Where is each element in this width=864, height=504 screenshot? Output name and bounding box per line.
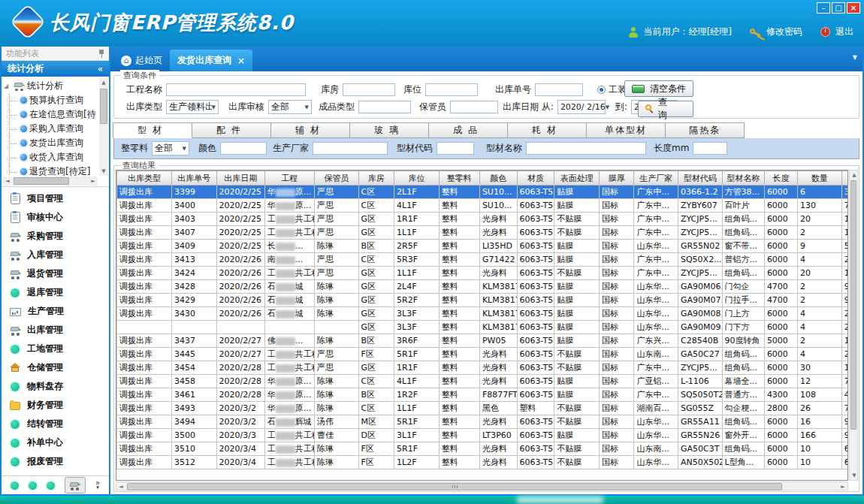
table-row[interactable]: 调拨出库34092020/2/25长...陈琳B区2R5F整料LI35HD606… bbox=[117, 240, 849, 253]
table-row[interactable]: 调拨出库34942020/3/2石辉城汤伟M区5R1F整料光身料6063-T5不… bbox=[117, 415, 849, 429]
column-header[interactable]: 整零料 bbox=[439, 171, 479, 186]
subtab-单体型材[interactable]: 单体型材 bbox=[586, 122, 666, 138]
table-row[interactable]: 调拨出库33992020/2/25华原...严思C区2L1F整料SU10...6… bbox=[117, 186, 849, 199]
scroll-thumb[interactable] bbox=[127, 483, 782, 490]
scroll-down-icon[interactable]: ▼ bbox=[99, 167, 108, 176]
column-header[interactable]: 出库长度 bbox=[841, 171, 848, 186]
table-row[interactable]: 调拨出库34302020/2/26石城陈琳G区3L3F整料KLM38176063… bbox=[117, 307, 849, 321]
tab-home[interactable]: ⌂ 起始页 bbox=[113, 50, 170, 71]
change-password-link[interactable]: 修改密码 bbox=[766, 26, 802, 38]
date-from-select[interactable]: 2020/ 2/16 ▼ bbox=[557, 100, 606, 114]
sidebar-item-物料盘存[interactable]: 物料盘存 bbox=[2, 377, 109, 396]
order-no-input[interactable] bbox=[535, 83, 583, 96]
clear-conditions-button[interactable]: 清空条件 bbox=[624, 80, 693, 97]
subtab-型材[interactable]: 型材 bbox=[113, 122, 192, 138]
whole-part-select[interactable]: 全部 ▼ bbox=[152, 141, 189, 155]
color-input[interactable] bbox=[220, 142, 267, 155]
tree-item[interactable]: 预算执行查询 bbox=[4, 93, 98, 107]
scroll-left-icon[interactable]: ◄ bbox=[116, 482, 125, 491]
table-row[interactable]: 调拨出库34612020/2/28华原...陈琳B区1R2F整料F8877FT6… bbox=[117, 388, 849, 402]
table-row[interactable]: 调拨出库34452020/2/27工共工程严思F区5R1F整料光身料6063-T… bbox=[117, 348, 849, 361]
module-dot-icon[interactable] bbox=[47, 481, 55, 490]
column-header[interactable]: 型材代码 bbox=[678, 171, 722, 186]
table-row[interactable]: G区3L3F整料KLM38176063-T5贴膜国标山东华...GA90M09.… bbox=[117, 321, 849, 334]
column-header[interactable]: 出库类型 bbox=[117, 171, 172, 186]
outbound-type-select[interactable]: 生产领料出库 ▼ bbox=[166, 100, 219, 114]
tree-root[interactable]: ◢ 统计分析 bbox=[4, 79, 98, 93]
sidebar-item-补单中心[interactable]: 补单中心 bbox=[2, 433, 109, 452]
subtab-辅材[interactable]: 辅材 bbox=[270, 122, 350, 138]
close-button[interactable]: × bbox=[847, 2, 860, 14]
table-row[interactable]: 调拨出库34282020/2/26石城陈琳G区2L4F整料KLM38176063… bbox=[117, 280, 849, 294]
subtab-配件[interactable]: 配件 bbox=[192, 122, 271, 138]
sidebar-item-生产管理[interactable]: 生产管理 bbox=[2, 302, 109, 321]
table-row[interactable]: 调拨出库34932020/3/2华原...陈琳C区1L1F整料黑色塑料不贴膜国标… bbox=[117, 402, 849, 415]
keeper-input[interactable] bbox=[450, 101, 498, 113]
column-header[interactable]: 材质 bbox=[517, 171, 554, 186]
scroll-right-icon[interactable]: ► bbox=[89, 177, 98, 186]
sidebar-item-审核中心[interactable]: 审核中心 bbox=[2, 208, 109, 227]
column-header[interactable]: 长度 bbox=[764, 171, 797, 186]
scroll-up-icon[interactable]: ▲ bbox=[850, 171, 859, 180]
subtab-成品[interactable]: 成品 bbox=[428, 122, 508, 138]
table-row[interactable]: 调拨出库34582020/2/28华原...陈琳C区4L1F整料光身料6063-… bbox=[117, 375, 849, 388]
table-row[interactable]: 调拨出库34032020/2/25工共工程严思G区1R1F整料光身料6063-T… bbox=[117, 213, 849, 226]
product-type-input[interactable] bbox=[358, 101, 411, 113]
column-header[interactable]: 库位 bbox=[394, 171, 440, 186]
sidebar-section-statistics[interactable]: 统计分析 « bbox=[2, 61, 109, 77]
radio-industrial[interactable]: 工装 bbox=[597, 83, 627, 96]
tree-item[interactable]: 发货出库查询 bbox=[4, 136, 98, 150]
project-name-input[interactable] bbox=[166, 83, 306, 96]
tree-item[interactable]: 退货查询[待定] bbox=[4, 164, 98, 176]
tree-vertical-scrollbar[interactable]: ▲ ▼ bbox=[99, 78, 108, 176]
collapse-icon[interactable]: « bbox=[98, 64, 103, 74]
table-row[interactable]: 调拨出库34372020/2/27佛...陈琳B区3R6F整料PW056063-… bbox=[117, 334, 849, 348]
column-header[interactable]: 出库日期 bbox=[216, 171, 264, 186]
table-row[interactable]: 调拨出库35102020/3/4工共工程陈琳F区5R1F整料光身料6063-T5… bbox=[117, 442, 849, 456]
table-row[interactable]: 调拨出库34002020/2/25华原...严思C区4L1F整料SU10...6… bbox=[117, 199, 849, 213]
column-header[interactable]: 工程 bbox=[264, 171, 314, 186]
scroll-down-icon[interactable]: ▼ bbox=[850, 471, 859, 480]
table-row[interactable]: 调拨出库34542020/2/28工共工程严思G区1R1F整料光身料6063-T… bbox=[117, 361, 849, 375]
tab-shipping-outbound-query[interactable]: 发货出库查询 × bbox=[170, 50, 252, 71]
sidebar-item-财务管理[interactable]: 财务管理 bbox=[2, 396, 109, 415]
scroll-left-icon[interactable]: ◄ bbox=[3, 177, 12, 186]
table-row[interactable]: 调拨出库34072020/2/25工共工程严思G区1L1F整料光身料6063-T… bbox=[117, 226, 849, 240]
subtab-耗材[interactable]: 耗材 bbox=[507, 122, 587, 138]
tree-item[interactable]: 在途信息查询[待 bbox=[4, 107, 98, 122]
sidebar-item-入库管理[interactable]: 入库管理 bbox=[2, 246, 109, 264]
sidebar-item-仓储管理[interactable]: 仓储管理 bbox=[2, 358, 109, 377]
sidebar-item-结转管理[interactable]: 结转管理 bbox=[2, 415, 109, 433]
module-cart-button[interactable] bbox=[65, 477, 86, 493]
search-button[interactable]: 查 询 bbox=[638, 101, 693, 117]
column-header[interactable]: 表面处理 bbox=[554, 171, 600, 186]
sidebar-item-工地管理[interactable]: 工地管理 bbox=[2, 340, 109, 358]
warehouse-input[interactable] bbox=[343, 83, 395, 96]
column-header[interactable]: 数量 bbox=[798, 171, 842, 186]
length-input[interactable] bbox=[693, 142, 727, 155]
sidebar-item-退货管理[interactable]: 退货管理 bbox=[2, 264, 109, 283]
scroll-up-icon[interactable]: ▲ bbox=[99, 78, 108, 87]
logout-link[interactable]: 退出 bbox=[835, 26, 853, 38]
tree-item[interactable]: 采购入库查询 bbox=[4, 122, 98, 136]
sidebar-item-项目管理[interactable]: 项目管理 bbox=[2, 189, 109, 208]
module-dot-icon[interactable] bbox=[29, 481, 37, 490]
results-vertical-scrollbar[interactable]: ▲ ▼ bbox=[849, 170, 858, 481]
scroll-thumb[interactable] bbox=[100, 89, 107, 124]
column-header[interactable]: 库房 bbox=[358, 171, 394, 186]
profile-code-input[interactable] bbox=[437, 142, 474, 155]
column-header[interactable]: 出库单号 bbox=[171, 171, 216, 186]
maker-input[interactable] bbox=[313, 142, 388, 155]
table-row[interactable]: 调拨出库34132020/2/26南...严思C区5R3F整料G71422606… bbox=[117, 253, 849, 267]
tree-horizontal-scrollbar[interactable]: ◄ ► bbox=[3, 177, 98, 186]
table-row[interactable]: 调拨出库34242020/2/26工共工程严思G区1L1F整料光身料6063-T… bbox=[117, 267, 849, 280]
tab-list-dropdown-icon[interactable]: ▼ bbox=[853, 54, 857, 61]
results-horizontal-scrollbar[interactable]: ◄ ► bbox=[116, 481, 848, 490]
sidebar-item-报废管理[interactable]: 报废管理 bbox=[2, 452, 109, 471]
scroll-thumb[interactable] bbox=[850, 180, 856, 430]
sidebar-item-退库管理[interactable]: 退库管理 bbox=[2, 283, 109, 302]
subtab-玻璃[interactable]: 玻璃 bbox=[349, 122, 429, 138]
table-row[interactable]: 调拨出库35002020/3/3工共工程曹佳D区3L1F整料LT3P606063… bbox=[117, 429, 849, 442]
sidebar-item-出库管理[interactable]: 出库管理 bbox=[2, 321, 109, 340]
sidebar-item-采购管理[interactable]: 采购管理 bbox=[2, 227, 109, 246]
